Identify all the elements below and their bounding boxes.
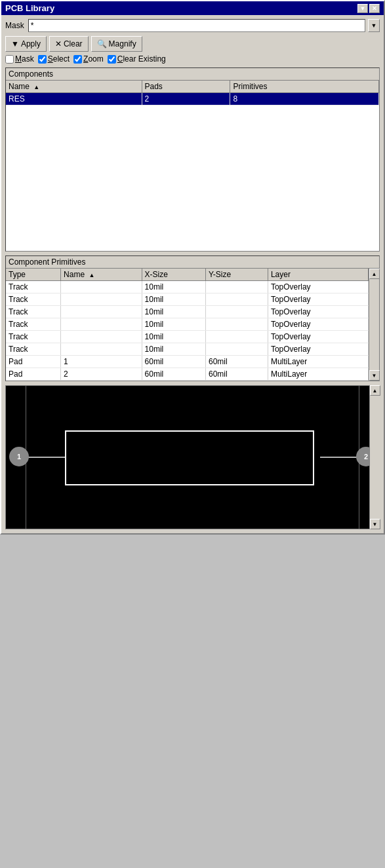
cell-ysize: [205, 331, 268, 343]
dropdown-arrow-icon: ▼: [371, 22, 377, 29]
mask-checkbox-text: Mask: [15, 54, 34, 64]
clear-existing-checkbox-text: Clear Existing: [117, 54, 166, 64]
primitives-table-container: Type Name ▲ X-Size Y-Size Layer Track10m…: [6, 269, 369, 381]
mask-row: Mask ▼: [5, 19, 380, 32]
col-name: Name ▲: [6, 81, 142, 93]
cell-name: RES: [6, 93, 142, 105]
cell-ysize: 60mil: [205, 356, 268, 368]
cell-type: Pad: [6, 368, 61, 381]
cell-ysize: [205, 293, 268, 306]
cell-name: 1: [61, 356, 142, 368]
select-checkbox[interactable]: [38, 55, 47, 64]
col-pads: Pads: [142, 81, 230, 93]
cell-ysize: [205, 281, 268, 293]
cell-type: Track: [6, 318, 61, 331]
cell-type: Track: [6, 331, 61, 343]
table-row[interactable]: RES 2 8: [6, 93, 379, 105]
zoom-checkbox[interactable]: [73, 55, 82, 64]
buttons-row: ▼ Apply ✕ Clear 🔍 Magnify: [5, 36, 380, 52]
panel-content: Mask ▼ ▼ Apply ✕ Clear 🔍 Magnify: [1, 15, 384, 533]
table-row[interactable]: Track10milTopOverlay: [6, 343, 369, 356]
cell-type: Pad: [6, 356, 61, 368]
cell-layer: TopOverlay: [268, 318, 368, 331]
table-row[interactable]: Track10milTopOverlay: [6, 318, 369, 331]
cell-layer: MultiLayer: [268, 356, 368, 368]
cell-xsize: 10mil: [142, 318, 205, 331]
title-bar-buttons: ▼ ✕: [357, 4, 380, 13]
cell-layer: TopOverlay: [268, 343, 368, 356]
clear-button[interactable]: ✕ Clear: [49, 36, 89, 52]
col-xsize: X-Size: [142, 269, 205, 281]
sort-name-arrow-icon: ▲: [89, 272, 94, 278]
cell-ysize: [205, 318, 268, 331]
mask-dropdown[interactable]: ▼: [368, 19, 380, 32]
magnify-button[interactable]: 🔍 Magnify: [91, 36, 142, 52]
cell-name: [61, 331, 142, 343]
cell-layer: TopOverlay: [268, 331, 368, 343]
primitives-outer-section: Component Primitives Type Name ▲ X-Size …: [5, 255, 380, 381]
cell-name: [61, 306, 142, 318]
cell-pads: 2: [142, 93, 230, 105]
cell-ysize: [205, 306, 268, 318]
pad1-circle: 1: [9, 447, 29, 466]
components-table-wrapper: Name ▲ Pads Primitives RES 2 8: [6, 81, 379, 251]
primitives-header-row: Type Name ▲ X-Size Y-Size Layer: [6, 269, 369, 281]
zoom-checkbox-label[interactable]: Zoom: [73, 54, 104, 64]
mask-input[interactable]: [28, 19, 365, 32]
cell-xsize: 10mil: [142, 331, 205, 343]
preview-scrollbar[interactable]: ▲ ▼: [369, 385, 380, 529]
filter-icon: ▼: [11, 39, 19, 48]
cell-xsize: 10mil: [142, 293, 205, 306]
cell-ysize: 60mil: [205, 368, 268, 381]
cell-ysize: [205, 343, 268, 356]
cell-layer: TopOverlay: [268, 306, 368, 318]
preview-scroll-up[interactable]: ▲: [370, 385, 380, 396]
cell-xsize: 10mil: [142, 281, 205, 293]
components-table: Name ▲ Pads Primitives RES 2 8: [6, 81, 379, 105]
cell-layer: TopOverlay: [268, 281, 368, 293]
close-button[interactable]: ✕: [369, 4, 380, 13]
mask-checkbox-label[interactable]: Mask: [5, 54, 34, 64]
components-section: Components Name ▲ Pads Primitives RES 2: [5, 67, 380, 252]
apply-button[interactable]: ▼ Apply: [5, 36, 47, 52]
col-prim-name: Name ▲: [61, 269, 142, 281]
clear-existing-checkbox[interactable]: [108, 55, 116, 64]
primitives-scrollbar[interactable]: ▲ ▼: [369, 269, 379, 381]
scroll-down-arrow[interactable]: ▼: [369, 370, 380, 381]
cell-name: [61, 343, 142, 356]
primitives-table-area: Type Name ▲ X-Size Y-Size Layer Track10m…: [6, 269, 379, 381]
cell-xsize: 60mil: [142, 368, 205, 381]
col-layer: Layer: [268, 269, 368, 281]
table-row[interactable]: Pad160mil60milMultiLayer: [6, 356, 369, 368]
table-row[interactable]: Track10milTopOverlay: [6, 293, 369, 306]
col-ysize: Y-Size: [205, 269, 268, 281]
table-row[interactable]: Track10milTopOverlay: [6, 281, 369, 293]
cell-type: Track: [6, 293, 61, 306]
cell-name: [61, 318, 142, 331]
preview-scroll-down[interactable]: ▼: [370, 519, 380, 529]
pad2-line: [320, 457, 359, 458]
pin-button[interactable]: ▼: [357, 4, 368, 13]
cell-name: [61, 293, 142, 306]
pcb-library-panel: PCB Library ▼ ✕ Mask ▼ ▼ Apply: [0, 0, 385, 535]
preview-section: 1 2: [5, 385, 380, 529]
table-row[interactable]: Track10milTopOverlay: [6, 306, 369, 318]
sort-arrow-icon: ▲: [33, 84, 39, 90]
components-header: Components: [6, 68, 379, 81]
table-row[interactable]: Track10milTopOverlay: [6, 331, 369, 343]
col-type: Type: [6, 269, 61, 281]
cell-xsize: 10mil: [142, 343, 205, 356]
primitives-table: Type Name ▲ X-Size Y-Size Layer Track10m…: [6, 269, 369, 381]
clear-existing-checkbox-label[interactable]: Clear Existing: [108, 54, 166, 64]
primitives-header: Component Primitives: [6, 256, 379, 269]
col-primitives: Primitives: [230, 81, 379, 93]
mask-checkbox[interactable]: [5, 55, 14, 64]
preview-outer: 1 2 ▲ ▼: [5, 385, 380, 529]
cell-primitives: 8: [230, 93, 379, 105]
scroll-up-arrow[interactable]: ▲: [369, 269, 380, 279]
title-bar: PCB Library ▼ ✕: [1, 1, 384, 15]
select-checkbox-label[interactable]: Select: [38, 54, 70, 64]
mask-label: Mask: [5, 21, 24, 30]
pad1-label: 1: [17, 453, 21, 461]
table-row[interactable]: Pad260mil60milMultiLayer: [6, 368, 369, 381]
